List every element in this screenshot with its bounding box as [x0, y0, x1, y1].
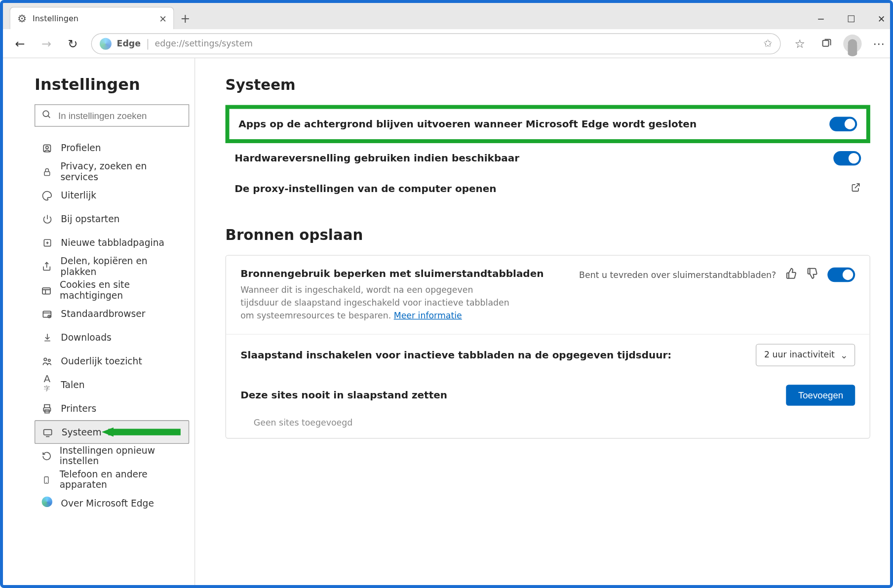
search-input[interactable]	[58, 110, 182, 120]
sidebar-item-nieuwe-tabbladpagina[interactable]: Nieuwe tabbladpagina	[35, 231, 189, 254]
favorites-icon[interactable]: ☆	[787, 31, 813, 56]
svg-rect-0	[823, 40, 829, 46]
minimize-button[interactable]: ─	[806, 8, 836, 30]
sidebar-item-delen[interactable]: Delen, kopiëren en plakken	[35, 254, 189, 278]
sidebar-item-bij-opstarten[interactable]: Bij opstarten	[35, 207, 189, 231]
power-icon	[41, 213, 53, 225]
svg-rect-10	[42, 288, 50, 294]
sidebar-item-profielen[interactable]: Profielen	[35, 136, 189, 159]
svg-point-4	[46, 146, 48, 148]
favorite-star-icon[interactable]: ✩	[763, 37, 772, 49]
profile-icon	[41, 142, 53, 154]
setting-row-background-apps: Apps op de achtergrond blijven uitvoeren…	[230, 109, 866, 139]
feedback-question: Bent u tevreden over sluimerstandtabblad…	[579, 270, 776, 280]
svg-point-1	[43, 111, 49, 117]
close-window-button[interactable]: ✕	[866, 8, 893, 30]
sidebar-item-label: Ouderlijk toezicht	[61, 355, 142, 366]
card-title: Bronnengebruik beperken met sluimerstand…	[240, 268, 544, 279]
sidebar-item-privacy[interactable]: Privacy, zoeken en services	[35, 159, 189, 183]
download-icon	[41, 331, 53, 343]
more-menu-icon[interactable]: ⋯	[866, 31, 892, 56]
sidebar-item-over[interactable]: Over Microsoft Edge	[35, 491, 189, 515]
language-icon: A字	[41, 372, 53, 396]
setting-label: Hardwareversnelling gebruiken indien bes…	[234, 153, 519, 164]
setting-row-hw-accel: Hardwareversnelling gebruiken indien bes…	[226, 143, 870, 173]
sidebar-item-downloads[interactable]: Downloads	[35, 325, 189, 349]
sidebar-item-label: Profielen	[61, 143, 101, 153]
sidebar-item-label: Uiterlijk	[61, 190, 96, 200]
share-icon	[41, 260, 52, 272]
toggle-hw-accel[interactable]	[833, 151, 861, 165]
sidebar-item-standaardbrowser[interactable]: Standaardbrowser	[35, 302, 189, 325]
sidebar-item-instellingen-reset[interactable]: Instellingen opnieuw instellen	[35, 444, 189, 468]
svg-line-2	[48, 116, 50, 118]
refresh-button[interactable]: ↻	[61, 32, 84, 55]
sidebar-item-systeem[interactable]: Systeem	[35, 420, 189, 444]
sidebar-item-label: Cookies en site machtigingen	[60, 279, 183, 301]
collections-icon[interactable]	[814, 31, 839, 56]
more-info-link[interactable]: Meer informatie	[394, 311, 462, 320]
sidebar-item-label: Privacy, zoeken en services	[60, 161, 183, 182]
svg-point-18	[48, 359, 50, 361]
tab-title: Instellingen	[33, 14, 154, 23]
family-icon	[41, 355, 53, 367]
setting-label: Slaapstand inschakelen voor inactieve ta…	[240, 349, 671, 360]
setting-row-proxy[interactable]: De proxy-instellingen van de computer op…	[226, 173, 870, 203]
sidebar-item-label: Bij opstarten	[61, 214, 119, 224]
sidebar-item-label: Telefoon en andere apparaten	[60, 469, 183, 490]
sidebar-item-label: Systeem	[62, 427, 102, 437]
settings-sidebar: Instellingen Profielen Privacy, zoeken e…	[3, 58, 195, 588]
appearance-icon	[41, 189, 53, 201]
add-button[interactable]: Toevoegen	[786, 384, 855, 405]
card-description: Wanneer dit is ingeschakeld, wordt na ee…	[240, 283, 510, 322]
thumbs-up-icon[interactable]	[785, 268, 797, 282]
printer-icon	[41, 402, 53, 414]
setting-row-sleep-after: Slaapstand inschakelen voor inactieve ta…	[226, 334, 870, 375]
cookies-icon	[41, 284, 52, 296]
svg-rect-5	[44, 171, 49, 175]
main-content: Systeem Apps op de achtergrond blijven u…	[195, 58, 893, 588]
sidebar-item-ouderlijk-toezicht[interactable]: Ouderlijk toezicht	[35, 349, 189, 373]
system-icon	[42, 426, 54, 438]
maximize-button[interactable]: ☐	[836, 8, 866, 30]
annotation-highlight-box: Apps op de achtergrond blijven uitvoeren…	[226, 105, 870, 143]
sidebar-item-label: Standaardbrowser	[61, 309, 145, 319]
forward-button[interactable]: →	[35, 32, 58, 55]
svg-point-17	[44, 358, 46, 360]
settings-search[interactable]	[35, 104, 189, 126]
svg-marker-24	[102, 428, 114, 437]
setting-label: De proxy-instellingen van de computer op…	[234, 182, 496, 194]
sleep-duration-select[interactable]: 2 uur inactiviteit	[756, 344, 855, 366]
toggle-background-apps[interactable]	[829, 117, 857, 131]
sidebar-item-label: Printers	[61, 403, 96, 413]
setting-row-never-sleep: Deze sites nooit in slaapstand zetten To…	[226, 375, 870, 415]
close-tab-icon[interactable]: ✕	[159, 13, 167, 24]
sidebar-item-talen[interactable]: A字 Talen	[35, 373, 189, 396]
profile-avatar[interactable]	[840, 31, 865, 56]
setting-label: Deze sites nooit in slaapstand zetten	[240, 389, 447, 401]
sidebar-item-uiterlijk[interactable]: Uiterlijk	[35, 183, 189, 207]
svg-rect-21	[44, 430, 52, 435]
section-heading-systeem: Systeem	[226, 77, 870, 93]
sidebar-item-label: Delen, kopiëren en plakken	[61, 256, 183, 277]
browser-toolbar: ← → ↻ Edge | edge://settings/system ✩ ☆ …	[3, 29, 893, 58]
browser-tab[interactable]: ⚙ Instellingen ✕	[9, 7, 174, 29]
sidebar-item-label: Over Microsoft Edge	[61, 498, 154, 508]
sidebar-item-telefoon[interactable]: Telefoon en andere apparaten	[35, 468, 189, 491]
address-bar[interactable]: Edge | edge://settings/system ✩	[91, 33, 781, 54]
phone-icon	[41, 473, 51, 485]
browser-icon	[41, 308, 53, 319]
thumbs-down-icon[interactable]	[807, 268, 818, 282]
back-button[interactable]: ←	[8, 32, 32, 55]
sidebar-item-label: Talen	[61, 379, 84, 390]
sidebar-item-cookies[interactable]: Cookies en site machtigingen	[35, 278, 189, 302]
page-title: Instellingen	[13, 76, 194, 105]
section-heading-bronnen: Bronnen opslaan	[226, 227, 870, 243]
toggle-sleeping-tabs[interactable]	[827, 268, 855, 282]
sidebar-item-label: Instellingen opnieuw instellen	[60, 445, 183, 467]
gear-icon: ⚙	[17, 13, 27, 24]
address-url: edge://settings/system	[155, 39, 253, 48]
external-link-icon	[851, 181, 861, 195]
new-tab-button[interactable]: +	[174, 7, 196, 29]
sidebar-item-printers[interactable]: Printers	[35, 396, 189, 420]
